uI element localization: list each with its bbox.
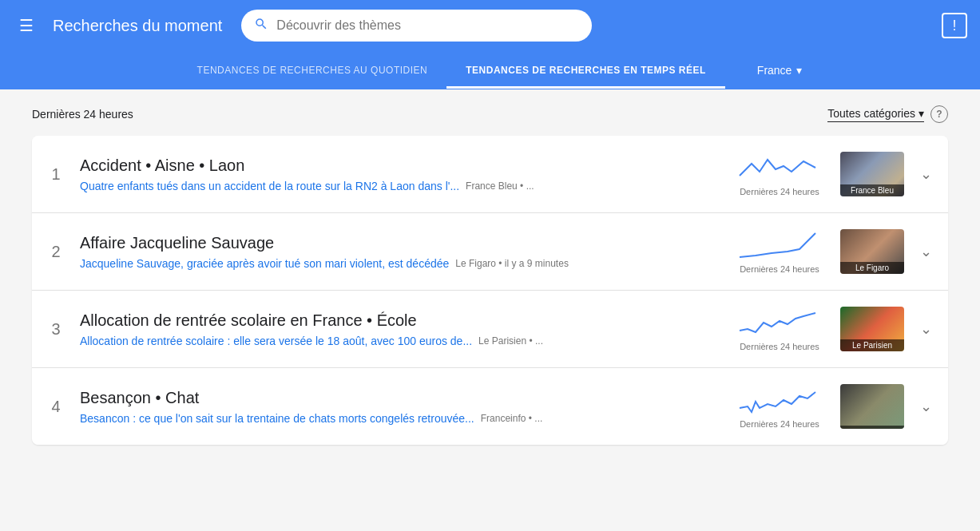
trend-chart: Dernières 24 heures	[732, 384, 827, 429]
trend-title: Affaire Jacqueline Sauvage	[80, 234, 719, 252]
dropdown-arrow-icon: ▾	[919, 107, 924, 120]
trend-chart: Dernières 24 heures	[732, 229, 827, 274]
table-row[interactable]: 2 Affaire Jacqueline Sauvage Jacqueline …	[32, 213, 948, 291]
trend-title: Accident • Aisne • Laon	[80, 157, 719, 175]
main-content: Dernières 24 heures Toutes catégories ▾ …	[0, 89, 980, 528]
trend-thumbnail: Le Figaro	[840, 229, 904, 274]
search-input[interactable]	[276, 18, 578, 33]
search-icon	[254, 17, 268, 35]
category-dropdown[interactable]: Toutes catégories ▾	[827, 107, 924, 122]
help-icon[interactable]: ?	[930, 105, 948, 123]
chart-period-label: Dernières 24 heures	[740, 342, 819, 351]
trend-subtitle: Allocation de rentrée scolaire : elle se…	[80, 335, 719, 347]
trend-subtitle: Jacqueline Sauvage, graciée après avoir …	[80, 257, 719, 270]
header: ☰ Recherches du moment !	[0, 0, 980, 51]
chart-period-label: Dernières 24 heures	[740, 187, 819, 196]
notification-icon[interactable]: !	[942, 13, 967, 38]
expand-icon[interactable]: ⌄	[917, 394, 935, 418]
menu-icon[interactable]: ☰	[13, 10, 40, 42]
expand-icon[interactable]: ⌄	[917, 162, 935, 186]
trend-chart: Dernières 24 heures	[732, 307, 827, 351]
trend-list: 1 Accident • Aisne • Laon Quatre enfants…	[32, 136, 948, 445]
search-bar	[241, 10, 591, 42]
section-header: Dernières 24 heures Toutes catégories ▾ …	[32, 105, 948, 123]
table-row[interactable]: 3 Allocation de rentrée scolaire en Fran…	[32, 291, 948, 368]
trend-subtitle: Quatre enfants tués dans un accident de …	[80, 180, 719, 192]
rank-number: 4	[45, 398, 67, 416]
tab-daily[interactable]: TENDANCES DE RECHERCHES AU QUOTIDIEN	[178, 52, 447, 89]
country-selector[interactable]: France ▾	[757, 51, 803, 89]
chart-period-label: Dernières 24 heures	[740, 419, 819, 429]
rank-number: 2	[45, 243, 67, 261]
trend-content: Accident • Aisne • Laon Quatre enfants t…	[80, 157, 719, 192]
nav-tabs: TENDANCES DE RECHERCHES AU QUOTIDIEN TEN…	[0, 51, 980, 89]
trend-content: Affaire Jacqueline Sauvage Jacqueline Sa…	[80, 234, 719, 270]
tab-realtime[interactable]: TENDANCES DE RECHERCHES EN TEMPS RÉEL	[446, 52, 725, 89]
thumbnail-label	[840, 426, 904, 429]
table-row[interactable]: 1 Accident • Aisne • Laon Quatre enfants…	[32, 136, 948, 213]
category-filter: Toutes catégories ▾ ?	[827, 105, 948, 123]
trend-title: Besançon • Chat	[80, 389, 719, 407]
thumbnail-label: France Bleu	[840, 184, 904, 196]
chevron-down-icon: ▾	[796, 64, 802, 77]
trend-subtitle: Besancon : ce que l'on sait sur la trent…	[80, 412, 719, 425]
trend-title: Allocation de rentrée scolaire en France…	[80, 311, 719, 330]
trend-content: Besançon • Chat Besancon : ce que l'on s…	[80, 389, 719, 425]
rank-number: 3	[45, 320, 67, 339]
expand-icon[interactable]: ⌄	[917, 317, 935, 341]
thumbnail-label: Le Parisien	[840, 339, 904, 351]
trend-chart: Dernières 24 heures	[732, 152, 827, 196]
trend-content: Allocation de rentrée scolaire en France…	[80, 311, 719, 347]
trend-thumbnail: France Bleu	[840, 152, 904, 196]
chart-period-label: Dernières 24 heures	[740, 264, 819, 274]
table-row[interactable]: 4 Besançon • Chat Besancon : ce que l'on…	[32, 368, 948, 445]
rank-number: 1	[45, 165, 67, 184]
thumbnail-label: Le Figaro	[840, 262, 904, 274]
trend-thumbnail: Le Parisien	[840, 307, 904, 351]
trend-thumbnail	[840, 384, 904, 429]
app-title: Recherches du moment	[53, 17, 222, 35]
expand-icon[interactable]: ⌄	[917, 240, 935, 264]
section-title: Dernières 24 heures	[32, 108, 133, 121]
